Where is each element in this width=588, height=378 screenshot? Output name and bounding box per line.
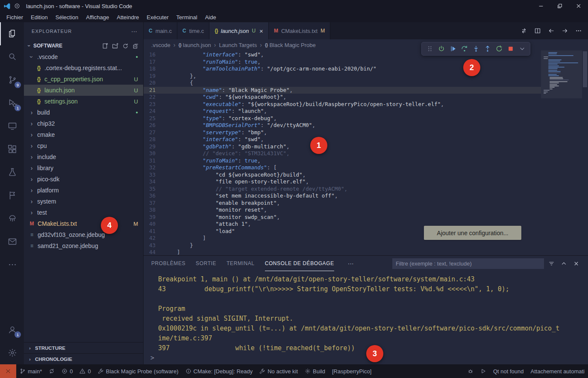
- activity-item-source-control[interactable]: 9: [0, 68, 24, 92]
- menu-item-4[interactable]: Affichage: [82, 13, 113, 21]
- more-button[interactable]: [517, 43, 527, 54]
- collapse-all-icon[interactable]: [132, 43, 139, 49]
- console-filter-input[interactable]: [392, 258, 544, 269]
- more-icon[interactable]: [575, 27, 582, 34]
- close-panel-icon[interactable]: [573, 260, 579, 267]
- menu-item-1[interactable]: Fichier: [3, 13, 27, 21]
- tree-item-.cortex-debug.registers.stat...[interactable]: {}.cortex-debug.registers.stat...: [24, 62, 143, 74]
- refresh-icon[interactable]: [122, 43, 129, 49]
- maximize-panel-icon[interactable]: [561, 260, 567, 267]
- minimize-icon[interactable]: [532, 0, 550, 12]
- panel-more-actions-icon[interactable]: ···: [348, 260, 354, 267]
- restore-icon[interactable]: [550, 0, 569, 12]
- compare-icon[interactable]: [520, 27, 527, 34]
- drag-button[interactable]: [424, 43, 435, 54]
- tree-item-cpu[interactable]: ›cpu: [24, 140, 143, 151]
- section-chronologie[interactable]: ›CHRONOLOGIE: [24, 353, 143, 364]
- status-run[interactable]: [477, 364, 490, 378]
- menu-item-8[interactable]: Aide: [201, 13, 220, 21]
- activity-item-explorer[interactable]: [0, 22, 24, 45]
- status-sync[interactable]: [45, 364, 58, 378]
- panel-tab-probl-mes[interactable]: PROBLÈMES: [151, 256, 185, 271]
- editor-scrollbar[interactable]: [582, 50, 588, 255]
- close-tab-icon[interactable]: ×: [259, 28, 263, 34]
- new-file-icon[interactable]: [102, 43, 108, 49]
- restart-button[interactable]: [494, 43, 504, 54]
- tree-item-library[interactable]: ›library: [24, 162, 143, 174]
- tree-item-settings.json[interactable]: {}settings.jsonU: [24, 96, 143, 107]
- status-warnings[interactable]: 0: [76, 364, 94, 378]
- tab-CMakeLists.txt[interactable]: MCMakeLists.txtM: [269, 22, 330, 39]
- tree-item-pico-sdk[interactable]: ›pico-sdk: [24, 174, 143, 185]
- menu-item-3[interactable]: Sélection: [52, 13, 82, 21]
- section-structure[interactable]: ›STRUCTURE: [24, 342, 143, 353]
- status-branch[interactable]: main*: [16, 364, 45, 378]
- split-editor-icon[interactable]: [534, 27, 541, 34]
- status-cmake-status[interactable]: CMake: [Debug]: Ready: [182, 364, 256, 378]
- scrollbar-slider[interactable]: [583, 51, 587, 87]
- tree-item-CMakeLists.txt[interactable]: MCMakeLists.txtM: [24, 218, 143, 229]
- step-over-button[interactable]: [459, 43, 470, 54]
- status-auto-attach[interactable]: Attachement automati: [527, 364, 588, 378]
- tree-item-system[interactable]: ›system: [24, 196, 143, 207]
- explorer-section-header[interactable]: › SOFTWARE: [24, 40, 143, 51]
- tree-item-samd21_ozone.jdebug[interactable]: ≡samd21_ozone.jdebug: [24, 240, 143, 251]
- tree-item-cmake[interactable]: ›cmake: [24, 129, 143, 140]
- panel-tab-sortie[interactable]: SORTIE: [196, 256, 216, 271]
- tab-main.c[interactable]: Cmain.c: [144, 22, 177, 39]
- status-remote[interactable]: [0, 364, 16, 378]
- activity-item-mail[interactable]: [0, 230, 24, 253]
- status-build[interactable]: Build: [301, 364, 329, 378]
- breadcrumb-black-magic-probe[interactable]: {}Black Magic Probe: [265, 42, 316, 48]
- status-qt[interactable]: Qt not found: [490, 364, 527, 378]
- activity-item-testing[interactable]: [0, 161, 24, 184]
- panel-tab-console-de-d-bogage[interactable]: CONSOLE DE DÉBOGAGE: [265, 256, 334, 271]
- status-kit[interactable]: No active kit: [256, 364, 301, 378]
- activity-item-run-and-debug[interactable]: 1: [0, 92, 24, 115]
- activity-item-remote-explorer[interactable]: [0, 115, 24, 138]
- nav-back-icon[interactable]: [548, 27, 555, 34]
- step-out-button[interactable]: [482, 43, 493, 54]
- menu-item-5[interactable]: Atteindre: [113, 13, 143, 21]
- tree-item-test[interactable]: ›test: [24, 207, 143, 218]
- status-variant[interactable]: [RaspberryPico]: [329, 364, 375, 378]
- nav-forward-icon[interactable]: [562, 27, 568, 34]
- tree-item-c_cpp_properties.json[interactable]: {}c_cpp_properties.jsonU: [24, 74, 143, 85]
- tree-item-chip32[interactable]: ›chip32: [24, 118, 143, 129]
- breadcrumb-launch.json[interactable]: {}launch.json: [178, 42, 211, 48]
- menu-item-2[interactable]: Edition: [27, 13, 52, 21]
- activity-item-more[interactable]: [0, 253, 24, 276]
- status-debug[interactable]: [464, 364, 477, 378]
- activity-item-extensions[interactable]: [0, 138, 24, 161]
- filter-icon[interactable]: [548, 260, 555, 267]
- add-configuration-button[interactable]: Ajouter une configuration...: [424, 226, 521, 240]
- power-button[interactable]: [436, 43, 447, 54]
- step-into-button[interactable]: [470, 43, 481, 54]
- activity-item-accounts[interactable]: 1: [0, 318, 24, 341]
- tree-item-include[interactable]: ›include: [24, 151, 143, 162]
- new-folder-icon[interactable]: [112, 43, 118, 49]
- tree-item-launch.json[interactable]: {}launch.jsonU: [24, 85, 143, 96]
- continue-button[interactable]: [447, 43, 458, 54]
- close-window-icon[interactable]: [569, 0, 588, 12]
- sidebar-more-actions-icon[interactable]: ···: [131, 28, 137, 35]
- activity-item-flag[interactable]: [0, 184, 24, 207]
- breadcrumb-.vscode[interactable]: .vscode: [151, 42, 171, 48]
- panel-tab-terminal[interactable]: TERMINAL: [226, 256, 254, 271]
- console-input-prompt[interactable]: >: [150, 353, 562, 363]
- minimap[interactable]: [541, 50, 582, 255]
- code-editor[interactable]: 16 "interface": "swd",17 "runToMain": tr…: [144, 50, 588, 255]
- tab-time.c[interactable]: Ctime.c: [177, 22, 209, 39]
- tab-launch.json[interactable]: {}launch.jsonU×: [209, 22, 269, 39]
- activity-item-search[interactable]: [0, 45, 24, 68]
- tree-item-build[interactable]: ›build●: [24, 107, 143, 118]
- tree-item-platform[interactable]: ›platform: [24, 185, 143, 196]
- status-errors[interactable]: 0: [58, 364, 76, 378]
- tree-item-.vscode[interactable]: ›.vscode●: [24, 51, 143, 62]
- stop-button[interactable]: [505, 43, 516, 54]
- tree-item-gd32vf103_ozone.jdebug[interactable]: ≡gd32vf103_ozone.jdebug: [24, 229, 143, 240]
- activity-item-settings[interactable]: [0, 341, 24, 364]
- menu-item-6[interactable]: Exécuter: [143, 13, 172, 21]
- activity-item-jellyfish[interactable]: [0, 207, 24, 230]
- breadcrumb-launch-targets[interactable]: Launch Targets: [219, 42, 257, 48]
